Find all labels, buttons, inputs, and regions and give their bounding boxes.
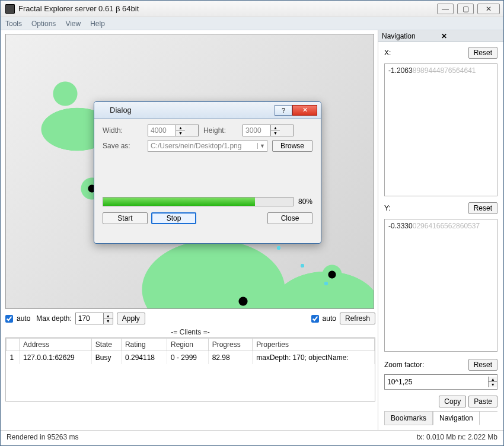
cell-idx: 1 (7, 351, 20, 365)
height-label: Height: (203, 126, 238, 135)
dialog-title: Dialog (110, 106, 275, 114)
navigation-close-icon[interactable]: ✕ (441, 32, 500, 40)
dialog-close-x-button[interactable]: ✕ (292, 105, 317, 116)
auto-left-checkbox[interactable] (5, 315, 13, 323)
cell-state: Busy (91, 351, 121, 365)
zoom-label: Zoom factor: (384, 361, 465, 369)
copy-button[interactable]: Copy (439, 396, 466, 407)
clients-table: Address State Rating Region Progress Pro… (5, 337, 375, 402)
x-value-minor: 8989444876564641 (413, 66, 476, 75)
progress-percent: 80% (298, 197, 312, 206)
col-region[interactable]: Region (167, 339, 208, 351)
height-up-icon[interactable]: ▲ (271, 125, 280, 130)
tab-bookmarks[interactable]: Bookmarks (384, 412, 433, 425)
minimize-button[interactable]: — (437, 4, 454, 14)
depth-controls: auto Max depth: ▲▼ Apply auto Refresh (5, 313, 375, 324)
width-label: Width: (103, 126, 143, 135)
cell-address: 127.0.0.1:62629 (20, 351, 92, 365)
col-progress[interactable]: Progress (208, 339, 253, 351)
width-down-icon[interactable]: ▼ (176, 130, 185, 136)
save-as-dropdown-icon[interactable]: ▼ (257, 143, 267, 149)
menu-help[interactable]: Help (90, 20, 105, 28)
clients-header: -= Clients =- (5, 328, 375, 336)
dialog-titlebar[interactable]: Dialog ? ✕ (94, 102, 321, 119)
refresh-button[interactable]: Refresh (340, 313, 375, 324)
menu-options[interactable]: Options (31, 20, 56, 28)
start-button[interactable]: Start (103, 212, 148, 224)
app-icon (5, 4, 15, 14)
dialog-help-button[interactable]: ? (275, 105, 292, 116)
y-value-minor: 0296416656286053​7 (413, 222, 480, 230)
col-state[interactable]: State (91, 339, 121, 351)
save-as-label: Save as: (103, 142, 143, 150)
navigation-title: Navigation (382, 32, 441, 40)
height-spinner[interactable]: ▲▼ (243, 125, 294, 136)
width-spinner[interactable]: ▲▼ (148, 125, 199, 136)
width-input[interactable] (148, 125, 176, 136)
window-titlebar: Fractal Explorer server 0.61 β 64bit — ▢… (1, 1, 503, 17)
height-down-icon[interactable]: ▼ (271, 130, 280, 136)
col-rating[interactable]: Rating (121, 339, 167, 351)
status-left: Rendered in 95263 ms (7, 433, 417, 441)
stop-button[interactable]: Stop (151, 212, 196, 224)
x-label: X: (384, 49, 394, 57)
zoom-spinner[interactable]: ▲▼ (384, 374, 497, 390)
y-reset-button[interactable]: Reset (468, 202, 497, 214)
navigation-panel-header: Navigation ✕ (378, 30, 503, 42)
paste-button[interactable]: Paste (468, 396, 497, 407)
dialog-icon (98, 106, 106, 114)
zoom-down-icon[interactable]: ▼ (489, 382, 497, 387)
col-properties[interactable]: Properties (253, 339, 375, 351)
maximize-button[interactable]: ▢ (457, 4, 474, 14)
tab-navigation[interactable]: Navigation (433, 412, 480, 425)
y-label: Y: (384, 204, 394, 212)
y-value-box[interactable]: -0.33300296416656286053​7 (384, 219, 497, 352)
cell-rating: 0.294118 (121, 351, 167, 365)
cell-progress: 82.98 (208, 351, 253, 365)
apply-button[interactable]: Apply (117, 313, 145, 324)
dialog-close-button[interactable]: Close (267, 212, 312, 224)
save-as-input[interactable] (148, 142, 257, 150)
max-depth-label: Max depth: (36, 314, 71, 323)
col-address[interactable]: Address (20, 339, 92, 351)
height-input[interactable] (243, 125, 270, 136)
x-value-major: -1.2063 (388, 66, 413, 75)
save-as-combo[interactable]: ▼ (148, 140, 267, 152)
export-dialog: Dialog ? ✕ Width: ▲▼ Height: (94, 101, 321, 244)
zoom-input[interactable] (385, 377, 488, 387)
status-bar: Rendered in 95263 ms tx: 0.010 Mb rx: 2.… (1, 430, 503, 443)
menu-tools[interactable]: Tools (5, 20, 22, 28)
max-depth-spinner[interactable]: ▲▼ (75, 313, 113, 324)
browse-button[interactable]: Browse (272, 140, 312, 152)
col-idx[interactable] (7, 339, 20, 351)
auto-right-label: auto (323, 314, 336, 323)
width-up-icon[interactable]: ▲ (176, 125, 185, 130)
cell-properties: maxDepth: 170; objectName: (253, 351, 375, 365)
progress-bar (103, 197, 294, 206)
progress-fill (103, 197, 255, 206)
auto-right-checkbox[interactable] (311, 315, 319, 323)
x-reset-button[interactable]: Reset (468, 47, 497, 59)
menu-view[interactable]: View (65, 20, 81, 28)
menu-bar: Tools Options View Help (1, 17, 503, 30)
table-row[interactable]: 1 127.0.0.1:62629 Busy 0.294118 0 - 2999… (7, 351, 375, 365)
fractal-viewport[interactable]: Dialog ? ✕ Width: ▲▼ Height: (5, 34, 374, 309)
cell-region: 0 - 2999 (167, 351, 208, 365)
depth-down-icon[interactable]: ▼ (104, 318, 113, 324)
status-right: tx: 0.010 Mb rx: 2.022 Mb (417, 433, 497, 441)
x-value-box[interactable]: -1.20638989444876564641 (384, 63, 497, 196)
zoom-up-icon[interactable]: ▲ (489, 377, 497, 382)
zoom-reset-button[interactable]: Reset (468, 359, 497, 371)
auto-left-label: auto (17, 314, 30, 323)
window-title: Fractal Explorer server 0.61 β 64bit (18, 4, 437, 13)
y-value-major: -0.3330 (388, 222, 413, 230)
max-depth-input[interactable] (76, 313, 103, 324)
close-button[interactable]: ✕ (477, 4, 500, 14)
depth-up-icon[interactable]: ▲ (104, 313, 113, 318)
